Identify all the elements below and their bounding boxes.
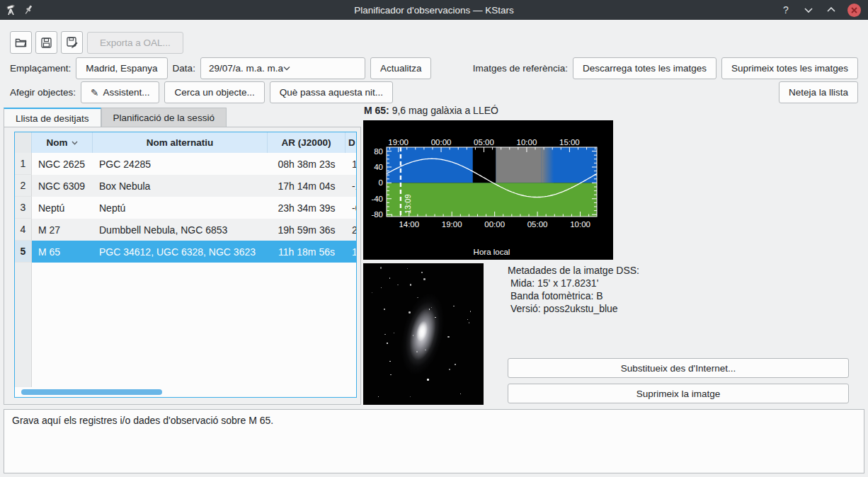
- column-header-ra[interactable]: AR (J2000): [268, 132, 346, 153]
- add-objects-row: Afegir objectes: ✎ Assistent... Cerca un…: [10, 81, 858, 103]
- svg-text:10:00: 10:00: [570, 220, 590, 229]
- scrollbar-thumb[interactable]: [21, 389, 162, 395]
- metadata-size: Mida: 15' x 17.8231': [508, 277, 639, 289]
- svg-text:19:00: 19:00: [388, 138, 409, 146]
- close-button[interactable]: [847, 4, 861, 17]
- table-row[interactable]: 5M 65PGC 34612, UGC 6328, NGC 362311h 18…: [15, 241, 356, 263]
- metadata-title: Metadades de la imatge DSS:: [508, 264, 639, 277]
- svg-text:05:00: 05:00: [527, 220, 548, 229]
- tab-session-plan[interactable]: Planificació de la sessió: [101, 108, 227, 127]
- export-oal-button[interactable]: Exporta a OAL...: [87, 32, 183, 54]
- whats-up-tonight-button[interactable]: Què passa aquesta nit...: [270, 81, 393, 103]
- clear-list-button[interactable]: Neteja la llista: [779, 81, 858, 103]
- table-row[interactable]: 1NGC 2625PGC 2428508h 38m 23s1: [15, 153, 356, 175]
- column-header-alt-name[interactable]: Nom alternatiu: [93, 132, 268, 153]
- metadata-version: Versió: poss2ukstu_blue: [508, 302, 639, 315]
- horizontal-scrollbar[interactable]: [15, 387, 356, 397]
- table-row[interactable]: 3NeptúNeptú23h 34m 39s-0: [15, 197, 356, 219]
- pencil-icon: ✎: [91, 87, 98, 98]
- wizard-button-label: Assistent...: [103, 87, 149, 98]
- add-objects-label: Afegir objectes:: [10, 87, 76, 98]
- svg-text:-40: -40: [371, 195, 383, 203]
- chevron-down-icon: [283, 66, 358, 71]
- sort-descending-icon: [72, 141, 78, 145]
- reference-images-label: Imatges de referència:: [473, 63, 568, 74]
- dss-image: [363, 263, 484, 405]
- dss-metadata: Metadades de la imatge DSS: Mida: 15' x …: [508, 264, 639, 315]
- delete-image-button[interactable]: Suprimeix la imatge: [508, 384, 849, 403]
- column-header-dec[interactable]: D: [346, 132, 356, 153]
- wizard-button[interactable]: ✎ Assistent...: [81, 81, 159, 103]
- location-date-row: Emplaçament: Madrid, Espanya Data: 29/07…: [10, 57, 858, 79]
- svg-text:00:00: 00:00: [431, 138, 452, 146]
- object-table: Nom Nom alternatiu AR (J2000) D 1NGC 262…: [14, 132, 357, 398]
- observation-notes-input[interactable]: Grava aquí els registres i/o dades d'obs…: [4, 409, 864, 473]
- object-title: M 65: 9,6 mag galàxia a LLEÓ: [364, 105, 498, 116]
- svg-text:10:00: 10:00: [517, 138, 537, 146]
- table-empty-area: [15, 263, 356, 387]
- save-as-icon: [67, 37, 78, 48]
- delete-all-images-button[interactable]: Suprimeix totes les imatges: [721, 57, 858, 79]
- table-row[interactable]: 4M 27Dumbbell Nebula, NGC 685319h 59m 36…: [15, 219, 356, 241]
- open-list-button[interactable]: [10, 31, 32, 54]
- replace-from-internet-button[interactable]: Substitueix des d'Internet...: [508, 358, 849, 378]
- svg-text:0: 0: [379, 178, 383, 187]
- update-button[interactable]: Actualitza: [370, 57, 432, 79]
- tabbar: Llista de desitjats Planificació de la s…: [4, 108, 227, 127]
- column-header-name[interactable]: Nom: [32, 132, 93, 153]
- help-button[interactable]: ?: [780, 4, 792, 16]
- altitude-chart: 13:0914:0019:0019:0000:0000:0005:0005:00…: [363, 120, 613, 260]
- svg-text:-80: -80: [371, 210, 383, 219]
- location-button[interactable]: Madrid, Espanya: [76, 57, 167, 79]
- svg-text:19:00: 19:00: [442, 220, 462, 229]
- minimize-button[interactable]: [802, 4, 815, 16]
- object-description: 9,6 mag galàxia a LLEÓ: [389, 105, 498, 116]
- window-title: Planificador d'observacions — KStars: [0, 5, 868, 16]
- telescope-icon: [6, 4, 18, 16]
- table-row[interactable]: 2NGC 6309Box Nebula17h 14m 04s-1: [15, 175, 356, 197]
- svg-text:14:00: 14:00: [399, 220, 419, 229]
- metadata-band: Banda fotomètrica: B: [508, 289, 639, 302]
- svg-text:Hora local: Hora local: [474, 248, 510, 256]
- download-all-images-button[interactable]: Descarrega totes les imatges: [573, 57, 716, 79]
- column-header-name-label: Nom: [47, 137, 68, 148]
- location-label: Emplaçament:: [10, 63, 71, 74]
- date-combobox[interactable]: 29/07/a. m.a. m.a. m.a. m.: [200, 57, 365, 79]
- svg-text:00:00: 00:00: [484, 220, 505, 229]
- save-icon: [41, 38, 52, 48]
- table-header: Nom Nom alternatiu AR (J2000) D: [15, 132, 356, 153]
- table-body: 1NGC 2625PGC 2428508h 38m 23s12NGC 6309B…: [15, 153, 356, 263]
- open-folder-icon: [15, 38, 27, 47]
- kstars-observation-planner-window: Planificador d'observacions — KStars ?: [0, 0, 868, 477]
- titlebar: Planificador d'observacions — KStars ?: [0, 0, 868, 20]
- header-corner: [15, 132, 32, 153]
- main-toolbar: Exporta a OAL...: [10, 31, 183, 54]
- tab-wish-list[interactable]: Llista de desitjats: [4, 108, 101, 127]
- pin-icon: [23, 4, 33, 16]
- svg-text:15:00: 15:00: [559, 138, 580, 146]
- svg-text:40: 40: [374, 163, 383, 171]
- save-list-as-button[interactable]: [61, 31, 83, 54]
- object-name: M 65:: [364, 105, 389, 116]
- svg-text:80: 80: [374, 147, 383, 156]
- date-label: Data:: [173, 63, 195, 74]
- maximize-button[interactable]: [825, 4, 838, 16]
- svg-text:05:00: 05:00: [474, 138, 494, 146]
- svg-text:13:09: 13:09: [404, 194, 412, 214]
- save-list-button[interactable]: [35, 31, 57, 54]
- find-object-button[interactable]: Cerca un objecte...: [164, 81, 264, 103]
- date-value: 29/07/a. m.a. m.a. m.a. m.: [209, 63, 284, 74]
